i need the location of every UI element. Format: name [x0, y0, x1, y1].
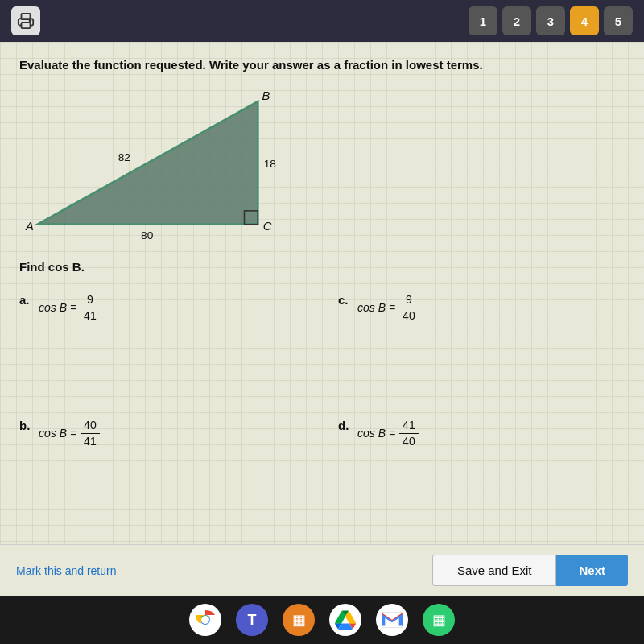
svg-rect-1 [22, 23, 31, 28]
answer-d-label: d. [338, 419, 351, 432]
find-cos-text: Find cos B. [19, 258, 625, 275]
svg-point-2 [30, 20, 31, 22]
sheets-icon[interactable]: ▦ [423, 604, 455, 636]
answer-b-num: 40 [80, 419, 100, 434]
answer-d-num: 41 [399, 419, 419, 434]
answer-b[interactable]: b. cos B = 40 41 [19, 419, 306, 536]
answer-d-fraction: 41 40 [399, 419, 419, 448]
answer-c-cos: cos B = [357, 301, 395, 314]
diagram-area: A C B 82 18 80 [19, 85, 625, 246]
chrome-icon[interactable] [189, 604, 221, 636]
tab-4[interactable]: 4 [570, 6, 599, 35]
calendar-icon[interactable]: ▦ [283, 604, 315, 636]
answer-b-den: 41 [80, 434, 100, 448]
answer-c-label: c. [338, 293, 351, 307]
side-ac-label: 80 [141, 229, 154, 242]
svg-marker-3 [38, 101, 258, 225]
answer-a-expr: cos B = 9 41 [39, 293, 100, 323]
mark-return-link[interactable]: Mark this and return [16, 564, 117, 577]
triangle-diagram: A C B 82 18 80 [19, 85, 293, 246]
answer-a-cos: cos B = [39, 301, 76, 314]
answer-c-num: 9 [402, 293, 415, 308]
teams-icon[interactable]: T [236, 604, 268, 636]
drive-icon[interactable] [329, 604, 361, 636]
answers-area: a. cos B = 9 41 c. cos B = 9 40 b. [19, 293, 625, 536]
answer-a-num: 9 [84, 293, 97, 308]
answer-b-fraction: 40 41 [80, 419, 100, 448]
vertex-a-label: A [25, 220, 34, 233]
taskbar: T ▦ ▦ [0, 596, 644, 644]
bottom-buttons: Save and Exit Next [432, 555, 628, 586]
answer-d-cos: cos B = [357, 427, 395, 440]
save-exit-button[interactable]: Save and Exit [432, 555, 557, 586]
answer-a-den: 41 [80, 308, 100, 323]
answer-a[interactable]: a. cos B = 9 41 [19, 293, 306, 411]
main-content: Evaluate the function requested. Write y… [0, 42, 644, 544]
side-bc-label: 18 [264, 158, 277, 170]
question-text: Evaluate the function requested. Write y… [19, 56, 625, 73]
answer-a-label: a. [19, 293, 32, 307]
svg-point-7 [201, 616, 209, 624]
top-bar: 1 2 3 4 5 [0, 0, 644, 42]
answer-b-cos: cos B = [39, 427, 76, 440]
answer-b-label: b. [19, 419, 32, 432]
tab-5[interactable]: 5 [604, 6, 633, 35]
tab-3[interactable]: 3 [536, 6, 565, 35]
side-ab-label: 82 [118, 151, 130, 163]
answer-c-fraction: 9 40 [399, 293, 419, 323]
answer-c-den: 40 [399, 308, 419, 323]
answer-b-expr: cos B = 40 41 [39, 419, 100, 448]
answer-d-expr: cos B = 41 40 [357, 419, 419, 448]
answer-a-fraction: 9 41 [80, 293, 100, 323]
answer-d[interactable]: d. cos B = 41 40 [338, 419, 625, 536]
printer-button[interactable] [11, 6, 40, 35]
answer-c-expr: cos B = 9 40 [357, 293, 419, 323]
next-button[interactable]: Next [556, 555, 628, 586]
gmail-icon[interactable] [376, 604, 408, 636]
answer-c[interactable]: c. cos B = 9 40 [338, 293, 625, 411]
vertex-c-label: C [263, 220, 272, 233]
bottom-bar: Mark this and return Save and Exit Next [0, 544, 644, 596]
question-tabs: 1 2 3 4 5 [469, 6, 633, 35]
tab-2[interactable]: 2 [502, 6, 531, 35]
answer-d-den: 40 [399, 434, 419, 448]
tab-1[interactable]: 1 [469, 6, 497, 35]
vertex-b-label: B [262, 89, 270, 102]
